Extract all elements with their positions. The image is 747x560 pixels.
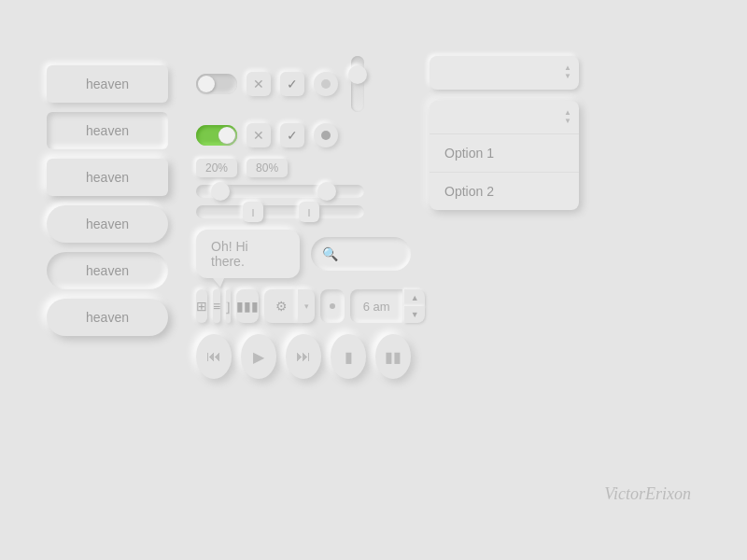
gear-dropdown: ⚙ ▾ [264, 289, 315, 323]
skip-forward-icon: ⏭ [296, 348, 311, 365]
radio-1[interactable] [314, 72, 338, 96]
skip-forward-button[interactable]: ⏭ [286, 334, 321, 379]
checkbox-check-2[interactable]: ✓ [280, 123, 304, 147]
media-controls: ⏮ ▶ ⏭ ▮ ▮▮ [196, 334, 411, 379]
dropdown-option-1[interactable]: Option 1 [430, 134, 579, 173]
stepper-down-button[interactable]: ▼ [404, 306, 425, 323]
search-bar[interactable]: 🔍 [311, 237, 411, 271]
toggle-on[interactable] [196, 125, 237, 146]
play-button[interactable]: ▶ [241, 334, 276, 379]
single-slider-knob-right [317, 182, 336, 201]
skip-back-icon: ⏮ [206, 348, 221, 365]
speech-bubble: Oh! Hi there. [196, 230, 300, 278]
stepper-buttons: ▲ ▼ [404, 289, 425, 323]
range-slider[interactable]: ‖ ‖ [196, 205, 364, 218]
toggle-off[interactable] [196, 74, 237, 94]
search-icon: 🔍 [322, 246, 338, 261]
list-icon: ≡ [213, 299, 220, 314]
dropdown-column: ▲ ▼ ▲ ▼ Option 1 Option 2 [430, 56, 598, 504]
controls-row-2: ✕ ✓ [196, 123, 411, 147]
time-stepper: 6 am ▲ ▼ [350, 289, 425, 323]
single-slider-knob-left [211, 182, 230, 201]
input-dot [330, 303, 335, 309]
columns-icon: ⦌ [226, 299, 231, 315]
pause-icon: ▮▮ [385, 348, 402, 366]
vertical-slider-container [351, 56, 364, 112]
ui-container: heaven heaven heaven heaven heaven heave… [0, 0, 747, 560]
button-deep[interactable]: heaven [47, 159, 168, 196]
toggle-knob-off [198, 76, 215, 92]
list-view-button[interactable]: ≡ [213, 289, 220, 323]
button-pill-deep[interactable]: heaven [47, 299, 168, 336]
stop-icon: ▮ [345, 348, 353, 366]
select-box-1[interactable]: ▲ ▼ [430, 56, 579, 90]
stepper-display: 6 am [350, 289, 402, 323]
slider-labels-row: 20% 80% [196, 159, 411, 177]
radio-dot-1 [321, 79, 331, 89]
select-arrows-2: ▲ ▼ [564, 109, 571, 126]
button-pill-inset[interactable]: heaven [47, 252, 168, 289]
slider-label-right: 80% [247, 159, 288, 177]
columns-view-button[interactable]: ⦌ [226, 289, 231, 323]
slider-section: 20% 80% ‖ ‖ [196, 159, 411, 218]
dropdown-open: ▲ ▼ Option 1 Option 2 [430, 101, 579, 210]
main-panel: heaven heaven heaven heaven heaven heave… [47, 56, 700, 504]
barcode-icon: ▮▮▮ [236, 299, 259, 314]
button-inset[interactable]: heaven [47, 112, 168, 149]
grid-view-button[interactable]: ⊞ [196, 289, 207, 323]
slider-label-left: 20% [196, 159, 237, 177]
play-icon: ▶ [253, 348, 264, 366]
radio-2[interactable] [314, 123, 338, 147]
chevron-down-icon: ▾ [304, 301, 309, 311]
button-flat[interactable]: heaven [47, 65, 168, 103]
range-knob-right: ‖ [299, 202, 319, 222]
barcode-view-button[interactable]: ▮▮▮ [236, 289, 259, 323]
vertical-slider[interactable] [351, 56, 364, 112]
dropdown-header[interactable]: ▲ ▼ [430, 101, 579, 134]
bubble-search-row: Oh! Hi there. 🔍 [196, 230, 411, 278]
skip-back-button[interactable]: ⏮ [196, 334, 232, 379]
stepper-up-button[interactable]: ▲ [404, 289, 425, 306]
brand-signature: VictorErixon [604, 484, 691, 504]
dot-input[interactable] [320, 289, 345, 323]
toggle-knob-on [218, 127, 235, 144]
icon-toolbar-row: ⊞ ≡ ⦌ ▮▮▮ ⚙ ▾ [196, 289, 411, 323]
gear-dropdown-arrow[interactable]: ▾ [298, 289, 315, 323]
radio-dot-2 [321, 131, 331, 140]
button-pill-flat[interactable]: heaven [47, 205, 168, 243]
vertical-slider-knob [348, 65, 367, 84]
gear-button[interactable]: ⚙ [264, 289, 298, 323]
pause-button[interactable]: ▮▮ [375, 334, 411, 379]
checkbox-x-2[interactable]: ✕ [247, 123, 271, 147]
checkbox-check-1[interactable]: ✓ [280, 72, 304, 96]
range-knob-left: ‖ [243, 202, 263, 222]
button-column: heaven heaven heaven heaven heaven heave… [47, 56, 177, 504]
grid-icon: ⊞ [196, 299, 207, 314]
dropdown-option-2[interactable]: Option 2 [430, 173, 579, 210]
stop-button[interactable]: ▮ [331, 334, 366, 379]
select-arrows-1: ▲ ▼ [564, 64, 571, 81]
controls-row-1: ✕ ✓ [196, 56, 411, 112]
controls-column: ✕ ✓ [196, 56, 411, 504]
gear-icon: ⚙ [275, 299, 288, 314]
checkbox-x-1[interactable]: ✕ [247, 72, 271, 96]
single-slider[interactable] [196, 185, 364, 198]
